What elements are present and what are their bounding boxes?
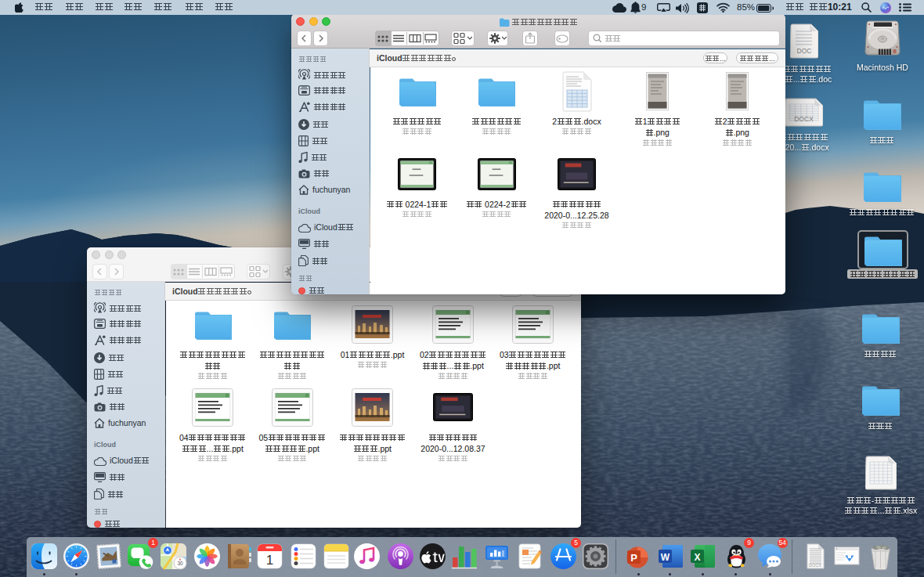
svg-text:W: W: [660, 551, 670, 562]
svg-text:P: P: [630, 551, 637, 563]
svg-text:1: 1: [265, 553, 273, 568]
svg-text:X: X: [694, 551, 700, 562]
svg-text:DOC: DOC: [797, 47, 812, 55]
svg-text:DOCX: DOCX: [809, 563, 821, 568]
svg-text:30: 30: [177, 560, 183, 565]
svg-text:DOCX: DOCX: [794, 115, 814, 123]
